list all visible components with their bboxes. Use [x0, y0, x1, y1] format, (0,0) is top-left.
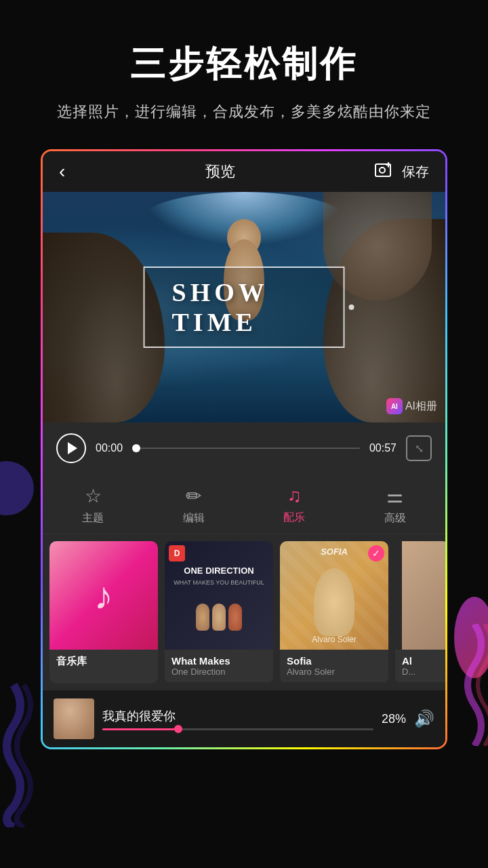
show-time-text: SHOW TIME: [172, 278, 268, 336]
progress-thumb[interactable]: [132, 444, 140, 452]
progress-track[interactable]: [132, 448, 360, 449]
music-artist-od: One Direction: [171, 667, 266, 677]
music-note-icon: ♪: [94, 574, 113, 618]
expand-button[interactable]: ⤡: [406, 435, 432, 461]
music-thumb-sofia: SOFIA Alvaro Soler ✓: [280, 541, 388, 650]
time-start: 00:00: [96, 442, 123, 454]
music-thumb-od: D ONE DIRECTIONWHAT MAKES YOU BEAUTIFUL: [165, 541, 273, 650]
music-name-partial: Al: [402, 655, 443, 667]
tab-music[interactable]: ♫ 配乐: [270, 482, 319, 528]
watermark: AI AI相册: [386, 398, 437, 414]
bottom-info: 我真的很爱你: [102, 708, 373, 730]
bg-decoration-left: [0, 461, 34, 515]
bottom-thumb-inner: [54, 698, 94, 739]
bottom-thumbnail: [54, 698, 94, 739]
music-info-sofia: Sofia Alvaro Soler: [280, 650, 388, 682]
phone-mockup: ‹ 预览 保存 SHOW TIME: [41, 149, 447, 749]
selected-check: ✓: [368, 545, 384, 561]
music-artist-partial: D...: [402, 667, 443, 677]
tab-advanced[interactable]: ⚌ 高级: [371, 482, 420, 528]
music-item-one-direction[interactable]: D ONE DIRECTIONWHAT MAKES YOU BEAUTIFUL …: [165, 541, 273, 684]
sofia-person: [314, 568, 354, 636]
music-item-partial[interactable]: Al D...: [395, 541, 445, 684]
wave-decoration-left: [0, 678, 41, 827]
bottom-bar: 我真的很爱你 28% 🔊: [43, 690, 445, 747]
watermark-text: AI相册: [405, 399, 437, 414]
tab-edit[interactable]: ✏ 编辑: [169, 482, 218, 528]
bottom-song-name: 我真的很爱你: [102, 708, 373, 724]
od-person-3: [228, 604, 242, 631]
save-button[interactable]: 保存: [402, 163, 429, 181]
music-name-sofia: Sofia: [287, 655, 382, 667]
music-name-library: 音乐库: [56, 655, 151, 668]
music-list: ♪ 音乐库 D ONE DIRECTIONWHAT MAKES YOU BEAU…: [43, 534, 445, 690]
library-bg: ♪: [49, 541, 158, 650]
add-photo-icon[interactable]: [375, 161, 394, 182]
main-title: 三步轻松制作: [27, 41, 461, 88]
play-button[interactable]: [56, 433, 86, 463]
time-end: 00:57: [369, 442, 396, 454]
music-info-library: 音乐库: [49, 650, 158, 684]
expand-icon: ⤡: [415, 442, 424, 455]
music-item-sofia[interactable]: SOFIA Alvaro Soler ✓ Sofia Alvaro Soler: [280, 541, 388, 684]
play-icon: [68, 442, 77, 454]
volume-icon[interactable]: 🔊: [414, 709, 434, 728]
music-icon: ♫: [287, 485, 302, 507]
theme-label: 主题: [82, 511, 104, 526]
music-info-partial: Al D...: [395, 650, 445, 682]
music-info-od: What Makes One Direction: [165, 650, 273, 682]
od-person-2: [212, 604, 226, 631]
music-thumb-library: ♪: [49, 541, 158, 650]
od-logo: D: [169, 545, 185, 561]
advanced-label: 高级: [384, 511, 406, 526]
theme-icon: ☆: [85, 485, 102, 507]
od-bg: D ONE DIRECTIONWHAT MAKES YOU BEAUTIFUL: [165, 541, 273, 650]
tool-tabs: ☆ 主题 ✏ 编辑 ♫ 配乐 ⚌ 高级: [43, 474, 445, 534]
od-band: [196, 604, 242, 631]
music-item-library[interactable]: ♪ 音乐库: [49, 541, 158, 684]
edit-label: 编辑: [183, 511, 205, 526]
music-label: 配乐: [283, 511, 305, 525]
show-time-overlay: SHOW TIME: [144, 267, 345, 348]
header-actions: 保存: [375, 161, 429, 182]
top-section: 三步轻松制作 选择照片，进行编辑，合成发布，多美多炫酷由你来定: [0, 0, 488, 142]
video-area: SHOW TIME AI AI相册: [43, 192, 445, 422]
show-time-dot: [349, 304, 354, 310]
od-person-1: [196, 604, 209, 631]
bottom-percent: 28%: [382, 712, 406, 726]
playback-bar: 00:00 00:57 ⤡: [43, 422, 445, 474]
wave-decoration-right: [447, 624, 488, 746]
edit-icon: ✏: [186, 485, 201, 507]
music-name-od: What Makes: [171, 655, 266, 667]
bottom-progress-track[interactable]: [102, 728, 373, 730]
sub-title: 选择照片，进行编辑，合成发布，多美多炫酷由你来定: [27, 102, 461, 122]
music-artist-sofia: Alvaro Soler: [287, 667, 382, 677]
preview-title: 预览: [205, 161, 235, 182]
tab-theme[interactable]: ☆ 主题: [68, 482, 117, 528]
svg-point-1: [380, 167, 385, 173]
back-button[interactable]: ‹: [59, 161, 65, 182]
bottom-progress-fill: [102, 728, 178, 730]
advanced-icon: ⚌: [386, 485, 403, 507]
preview-header: ‹ 预览 保存: [43, 151, 445, 192]
partial-thumb: [402, 541, 445, 650]
bottom-progress-thumb[interactable]: [174, 725, 182, 733]
watermark-logo: AI: [386, 398, 403, 414]
music-artist-library: [56, 668, 151, 678]
